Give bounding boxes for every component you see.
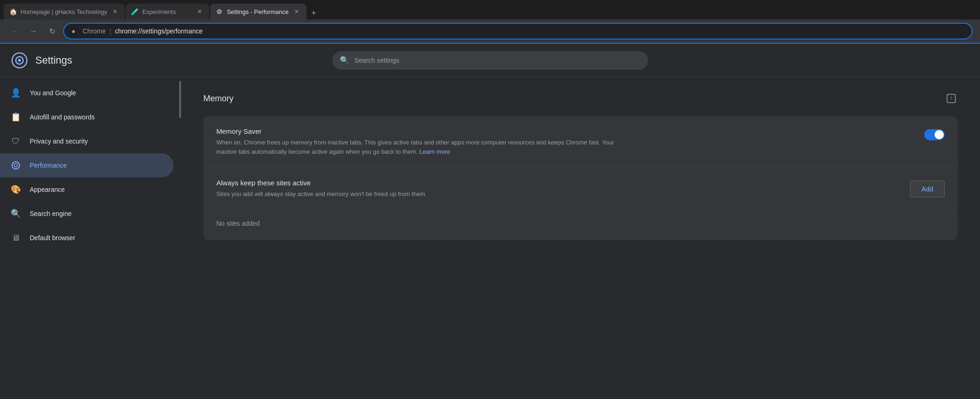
svg-point-3 <box>12 162 19 169</box>
tab-experiments[interactable]: 🧪 Experiments ✕ <box>126 4 209 20</box>
search-icon: 🔍 <box>340 56 349 65</box>
content-area: Memory ! Memory Saver When on, Chrome fr… <box>181 77 980 399</box>
always-active-desc: Sites you add will always stay active an… <box>216 190 634 199</box>
tab-experiments-close[interactable]: ✕ <box>195 7 204 16</box>
sidebar-item-default-browser[interactable]: 🖥 Default browser <box>0 226 174 250</box>
performance-icon <box>11 161 20 170</box>
scroll-thumb[interactable] <box>179 81 181 118</box>
sidebar-item-performance[interactable]: Performance <box>0 153 174 177</box>
svg-point-4 <box>14 164 18 167</box>
tab-settings-close[interactable]: ✕ <box>292 7 301 16</box>
always-active-add-container: Add <box>910 179 945 197</box>
sidebar-label-autofill: Autofill and passwords <box>30 113 95 121</box>
memory-saver-toggle-container <box>924 127 945 140</box>
info-icon[interactable]: ! <box>945 92 958 105</box>
settings-page: Settings 🔍 Search settings 👤 You and Goo… <box>0 44 980 399</box>
reload-icon: ↻ <box>49 27 55 36</box>
autofill-icon: 📋 <box>11 112 20 122</box>
sidebar-item-appearance[interactable]: 🎨 Appearance <box>0 177 174 202</box>
toggle-thumb <box>935 130 944 139</box>
sidebar-item-autofill[interactable]: 📋 Autofill and passwords <box>0 105 174 129</box>
tab-homepage-title: Homepage | gHacks Technology <box>20 8 107 15</box>
back-icon: ← <box>11 27 19 35</box>
tab-homepage-favicon: 🏠 <box>9 8 17 15</box>
privacy-icon: 🛡 <box>11 137 20 146</box>
always-active-content: Always keep these sites active Sites you… <box>216 179 899 199</box>
tab-homepage-close[interactable]: ✕ <box>111 7 119 16</box>
sidebar-label-default-browser: Default browser <box>30 234 75 242</box>
sidebar-label-appearance: Appearance <box>30 186 65 193</box>
memory-saver-content: Memory Saver When on, Chrome frees up me… <box>216 127 913 156</box>
memory-saver-toggle[interactable] <box>924 129 945 140</box>
memory-saver-learn-more[interactable]: Learn more <box>419 148 450 155</box>
address-bar[interactable]: ● Chrome | chrome://settings/performance <box>63 23 973 39</box>
search-engine-icon: 🔍 <box>11 209 20 218</box>
you-and-google-icon: 👤 <box>11 88 20 98</box>
address-separator: | <box>110 27 111 35</box>
reload-button[interactable]: ↻ <box>45 24 59 39</box>
memory-saver-row: Memory Saver When on, Chrome frees up me… <box>203 116 958 168</box>
back-button[interactable]: ← <box>7 24 22 39</box>
default-browser-icon: 🖥 <box>11 233 20 242</box>
tab-homepage[interactable]: 🏠 Homepage | gHacks Technology ✕ <box>4 4 125 20</box>
svg-text:!: ! <box>950 96 952 101</box>
browser-chrome: 🏠 Homepage | gHacks Technology ✕ 🧪 Exper… <box>0 0 980 44</box>
settings-header: Settings 🔍 Search settings <box>0 44 980 77</box>
main-layout: 👤 You and Google 📋 Autofill and password… <box>0 77 980 399</box>
no-sites-message: No sites added <box>203 210 958 240</box>
sidebar-item-privacy[interactable]: 🛡 Privacy and security <box>0 129 174 153</box>
tab-settings[interactable]: ⚙ Settings - Performance ✕ <box>210 4 306 20</box>
address-chrome-icon: ● <box>71 27 79 35</box>
sidebar-item-you-and-google[interactable]: 👤 You and Google <box>0 81 174 105</box>
tab-settings-title: Settings - Performance <box>227 8 289 15</box>
sidebar: 👤 You and Google 📋 Autofill and password… <box>0 77 181 399</box>
settings-title: Settings <box>35 54 72 66</box>
sidebar-label-search-engine: Search engine <box>30 210 71 217</box>
appearance-icon: 🎨 <box>11 185 20 194</box>
add-site-button[interactable]: Add <box>910 181 945 197</box>
tab-settings-favicon: ⚙ <box>216 8 223 15</box>
memory-saver-desc: When on, Chrome frees up memory from ina… <box>216 138 634 156</box>
always-active-row: Always keep these sites active Sites you… <box>203 168 958 210</box>
address-origin: Chrome <box>83 27 106 35</box>
memory-settings-card: Memory Saver When on, Chrome frees up me… <box>203 116 958 240</box>
no-sites-text: No sites added <box>216 220 260 227</box>
sidebar-label-performance: Performance <box>30 162 67 169</box>
search-placeholder: Search settings <box>355 57 400 64</box>
scroll-indicator <box>179 77 181 399</box>
always-active-title: Always keep these sites active <box>216 179 899 187</box>
sidebar-item-search-engine[interactable]: 🔍 Search engine <box>0 202 174 226</box>
sidebar-label-privacy: Privacy and security <box>30 137 88 145</box>
svg-point-2 <box>18 59 21 62</box>
address-url: chrome://settings/performance <box>115 27 202 35</box>
memory-saver-title: Memory Saver <box>216 127 913 135</box>
forward-button[interactable]: → <box>26 24 41 39</box>
tab-experiments-title: Experiments <box>143 8 192 15</box>
settings-logo <box>11 52 28 69</box>
tab-bar: 🏠 Homepage | gHacks Technology ✕ 🧪 Exper… <box>0 0 980 20</box>
memory-section-title: Memory <box>203 94 234 104</box>
forward-icon: → <box>30 27 37 35</box>
toolbar: ← → ↻ ● Chrome | chrome://settings/perfo… <box>0 20 980 44</box>
tab-experiments-favicon: 🧪 <box>131 8 139 15</box>
new-tab-button[interactable]: + <box>307 7 320 20</box>
memory-saver-desc-text: When on, Chrome frees up memory from ina… <box>216 139 614 155</box>
section-title: Memory ! <box>203 92 958 105</box>
sidebar-label-you-and-google: You and Google <box>30 89 76 97</box>
settings-search[interactable]: 🔍 Search settings <box>332 51 648 70</box>
